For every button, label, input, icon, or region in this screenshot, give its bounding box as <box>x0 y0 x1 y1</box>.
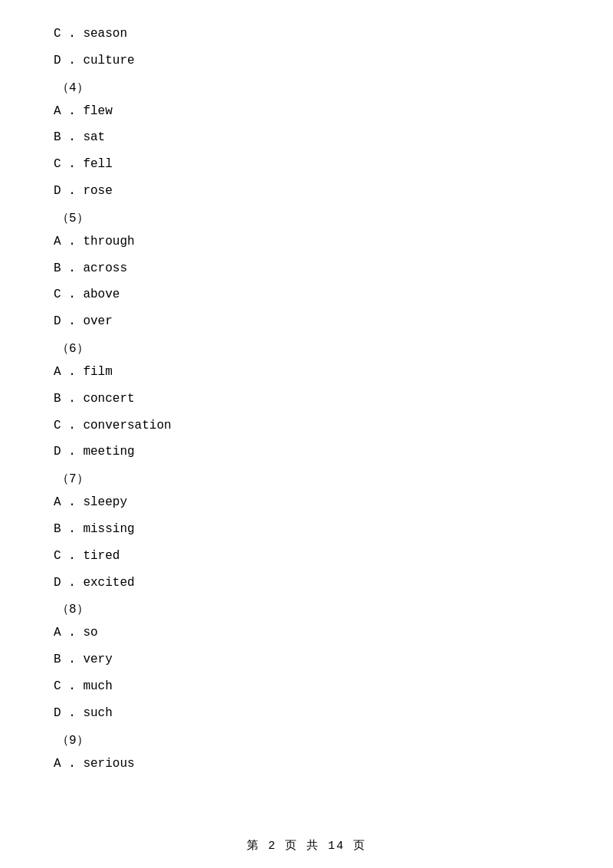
page-footer: 第 2 页 共 14 页 <box>0 838 613 853</box>
option-item: D . meeting <box>54 441 559 463</box>
question-number: （4） <box>54 80 559 96</box>
question-number: （7） <box>54 471 559 487</box>
option-item: A . serious <box>54 753 559 775</box>
main-content: C . seasonD . culture（4）A . flewB . satC… <box>0 0 613 825</box>
question-number: （9） <box>54 732 559 748</box>
option-item: B . very <box>54 649 559 671</box>
option-item: A . through <box>54 231 559 253</box>
option-item: D . over <box>54 311 559 333</box>
option-item: C . conversation <box>54 415 559 437</box>
option-item: D . such <box>54 702 559 725</box>
option-item: D . excited <box>54 572 559 594</box>
option-item: A . so <box>54 622 559 644</box>
option-item: B . across <box>54 258 559 280</box>
option-item: A . sleepy <box>54 492 559 514</box>
option-item: C . tired <box>54 545 559 567</box>
option-item: A . flew <box>54 100 559 123</box>
option-item: C . above <box>54 284 559 306</box>
option-item: B . sat <box>54 127 559 149</box>
option-item: D . rose <box>54 180 559 202</box>
option-item: B . concert <box>54 388 559 410</box>
option-item: A . film <box>54 361 559 383</box>
option-item: D . culture <box>54 50 559 72</box>
option-item: C . fell <box>54 153 559 176</box>
option-item: B . missing <box>54 518 559 541</box>
question-number: （5） <box>54 210 559 226</box>
option-item: C . much <box>54 676 559 698</box>
question-number: （6） <box>54 340 559 357</box>
question-number: （8） <box>54 601 559 617</box>
option-item: C . season <box>54 23 559 45</box>
